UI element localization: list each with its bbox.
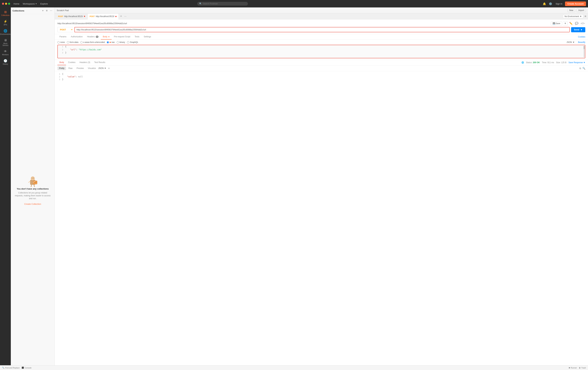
fmt-tab-visualize[interactable]: Visualize bbox=[86, 66, 98, 70]
workspaces-link[interactable]: Workspaces▼ bbox=[21, 2, 38, 6]
status-value: 200 OK bbox=[533, 61, 540, 64]
cookies-button[interactable]: Cookies bbox=[578, 36, 585, 38]
tab-headers[interactable]: Headers 8 bbox=[85, 34, 100, 40]
radio-form-data[interactable] bbox=[67, 41, 69, 43]
search-input[interactable] bbox=[203, 2, 246, 5]
format-lines-icon[interactable]: ≡ bbox=[108, 67, 110, 70]
response-status: 🌐 Status: 200 OK Time: 911 ms Size: 125 … bbox=[522, 61, 585, 64]
code-content: { bbox=[65, 45, 66, 48]
fmt-tab-preview[interactable]: Preview bbox=[75, 66, 85, 70]
tab-tests[interactable]: Tests bbox=[133, 34, 141, 40]
format-select-button[interactable]: JSON ▼ bbox=[567, 41, 575, 43]
request-tabs: Params Authorization Headers 8 Body ● Pr… bbox=[55, 34, 588, 40]
option-urlencoded[interactable]: x-www-form-urlencoded bbox=[80, 41, 105, 43]
response-format-select[interactable]: JSON ▼ bbox=[98, 67, 106, 69]
close-button[interactable] bbox=[2, 3, 4, 5]
request-title: http://localhost:9515/session/6f4563794e… bbox=[57, 22, 549, 25]
runner-button[interactable]: ▶ Runner bbox=[569, 367, 577, 369]
save-dropdown-button[interactable]: ▼ bbox=[563, 21, 567, 25]
radio-graphql[interactable] bbox=[127, 41, 129, 43]
add-tab-button[interactable]: + bbox=[119, 14, 123, 18]
more-options-button[interactable]: ··· bbox=[49, 9, 53, 12]
size-value: 125 B bbox=[561, 61, 566, 64]
find-replace-item[interactable]: 🔍 Find and Replace bbox=[2, 367, 20, 369]
tab-params[interactable]: Params bbox=[57, 34, 68, 40]
edit-icon[interactable]: ✏️ bbox=[568, 21, 573, 26]
sidebar-item-collections[interactable]: ⊞ Collections bbox=[1, 9, 10, 18]
option-none[interactable]: none bbox=[57, 41, 65, 43]
radio-binary[interactable] bbox=[117, 41, 119, 43]
option-form-data[interactable]: form-data bbox=[67, 41, 78, 43]
search-icon[interactable]: 🔍 bbox=[582, 67, 585, 70]
response-tab-cookies[interactable]: Cookies bbox=[66, 60, 77, 65]
environment-selector: No Environment ▼ 👁 bbox=[563, 14, 587, 18]
console-item[interactable]: ⬛ Console bbox=[22, 367, 32, 369]
radio-urlencoded[interactable] bbox=[80, 41, 83, 43]
notification-icon[interactable]: 🔔 bbox=[542, 1, 547, 6]
filter-button[interactable]: ≡ bbox=[45, 9, 48, 12]
radio-raw[interactable] bbox=[107, 41, 109, 43]
sidebar-item-mock-servers[interactable]: 🖥 Mock Servers bbox=[1, 37, 10, 48]
save-response-button[interactable]: Save Response ▼ bbox=[568, 61, 585, 64]
topbar-right: 🔔 ⚙️ Sign In Create Account bbox=[542, 1, 586, 6]
response-body: 1 { 2 "value" : null 3 } bbox=[55, 71, 588, 365]
copy-icon[interactable]: ⧉ bbox=[579, 67, 581, 70]
code-content: } bbox=[65, 52, 66, 54]
resp-line-2: 2 "value" : null bbox=[55, 75, 588, 78]
code-icon[interactable]: </> bbox=[580, 21, 585, 26]
maximize-button[interactable] bbox=[8, 3, 10, 5]
trash-label: Trash bbox=[581, 367, 586, 369]
sign-in-button[interactable]: Sign In bbox=[554, 2, 564, 6]
tab-settings[interactable]: Settings bbox=[142, 34, 153, 40]
send-button[interactable]: Send ▼ bbox=[571, 27, 585, 32]
more-tabs-button[interactable]: ··· bbox=[123, 15, 127, 18]
tab-authorization[interactable]: Authorization bbox=[69, 34, 84, 40]
import-button[interactable]: Import bbox=[577, 9, 586, 12]
url-input[interactable] bbox=[75, 27, 569, 32]
search-bar[interactable]: 🔍 bbox=[197, 2, 248, 6]
option-binary[interactable]: binary bbox=[117, 41, 125, 43]
create-collection-link[interactable]: Create Collection bbox=[24, 203, 41, 205]
add-collection-button[interactable]: + bbox=[41, 9, 44, 12]
fmt-tab-raw[interactable]: Raw bbox=[67, 66, 74, 70]
globe-icon: 🌐 bbox=[522, 61, 524, 64]
explore-link[interactable]: Explore bbox=[39, 2, 49, 6]
code-line-1: 1 { bbox=[58, 45, 585, 48]
resp-line-3: 3 } bbox=[55, 78, 588, 81]
option-raw[interactable]: raw bbox=[107, 41, 115, 43]
env-dropdown[interactable]: No Environment ▼ bbox=[563, 14, 583, 18]
trash-button[interactable]: 🗑 Trash bbox=[579, 367, 586, 369]
request-body-editor[interactable]: 1 { 2 "url" : "https://baidu.com" 3 } bbox=[57, 45, 585, 58]
tab-0[interactable]: POST http://localhost:9515/ bbox=[56, 13, 87, 20]
sidebar-item-apis[interactable]: ⚡ APIs bbox=[1, 18, 10, 27]
method-select[interactable]: POST GET PUT DELETE bbox=[57, 27, 73, 32]
radio-none[interactable] bbox=[57, 41, 60, 43]
new-button[interactable]: New bbox=[567, 9, 575, 12]
save-button[interactable]: 💾 Save bbox=[551, 21, 562, 25]
tab-pre-request-script[interactable]: Pre-request Script bbox=[112, 34, 132, 40]
eye-icon[interactable]: 👁 bbox=[584, 15, 587, 18]
tab-1[interactable]: POST http://localhost:9515/ bbox=[87, 13, 119, 20]
comment-icon[interactable]: 💬 bbox=[574, 21, 579, 26]
top-nav: Home Workspaces▼ Explore bbox=[12, 2, 49, 6]
request-actions: 💾 Save ▼ ✏️ 💬 </> bbox=[551, 21, 585, 26]
sidebar-item-environments[interactable]: 🌐 Environments bbox=[1, 28, 10, 36]
request-url-row: http://localhost:9515/session/6f4563794e… bbox=[57, 21, 585, 26]
editor-scrollbar[interactable] bbox=[584, 46, 585, 57]
sidebar-item-monitors[interactable]: 👁 Monitors bbox=[1, 48, 10, 57]
response-tab-body[interactable]: Body bbox=[57, 60, 66, 65]
fmt-tab-pretty[interactable]: Pretty bbox=[57, 66, 66, 70]
tab-body[interactable]: Body ● bbox=[101, 34, 112, 40]
response-tab-test-results[interactable]: Test Results bbox=[92, 60, 107, 65]
beautify-button[interactable]: Beautify bbox=[578, 41, 585, 43]
create-account-button[interactable]: Create Account bbox=[565, 1, 586, 6]
sidebar-item-history[interactable]: 🕐 History bbox=[1, 58, 10, 66]
response-tab-headers[interactable]: Headers (3) bbox=[77, 60, 92, 65]
minimize-button[interactable] bbox=[5, 3, 7, 5]
home-link[interactable]: Home bbox=[12, 2, 21, 6]
request-area: http://localhost:9515/session/6f4563794e… bbox=[55, 20, 588, 34]
settings-icon[interactable]: ⚙️ bbox=[548, 1, 553, 6]
empty-title: You don't have any collections bbox=[17, 188, 49, 190]
panel-title: Collections bbox=[12, 10, 40, 12]
option-graphql[interactable]: GraphQL bbox=[127, 41, 138, 43]
